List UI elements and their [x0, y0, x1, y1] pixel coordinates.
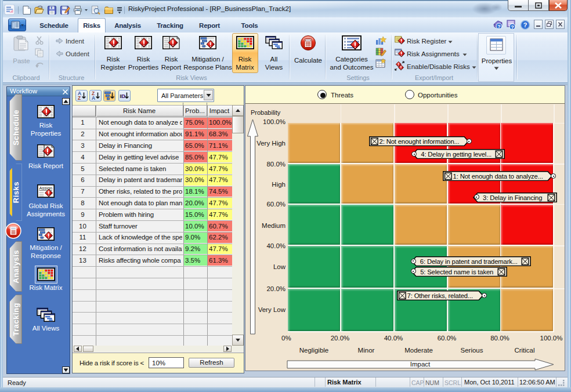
svg-text:1: Not enough data to analyze.: 1: Not enough data to analyze...	[453, 173, 543, 180]
svg-text:5: Selected name is taken: 5: Selected name is taken	[420, 268, 493, 275]
svg-text:6: Delay in patent and tradema: 6: Delay in patent and trademark...	[420, 258, 518, 265]
svg-text:D: D	[121, 93, 125, 99]
svg-text:7: Other risks, related...: 7: Other risks, related...	[407, 292, 473, 299]
svg-text:Z: Z	[78, 95, 81, 101]
svg-text:?: ?	[497, 24, 501, 30]
svg-text:?: ?	[511, 24, 514, 30]
svg-text:2: Not enought information...: 2: Not enought information...	[380, 138, 460, 145]
svg-text:3: Delay in Financing: 3: Delay in Financing	[483, 194, 542, 201]
svg-text:4: Delay in getting level...: 4: Delay in getting level...	[421, 151, 492, 158]
svg-text:A: A	[92, 95, 95, 101]
svg-text:?: ?	[523, 21, 527, 28]
